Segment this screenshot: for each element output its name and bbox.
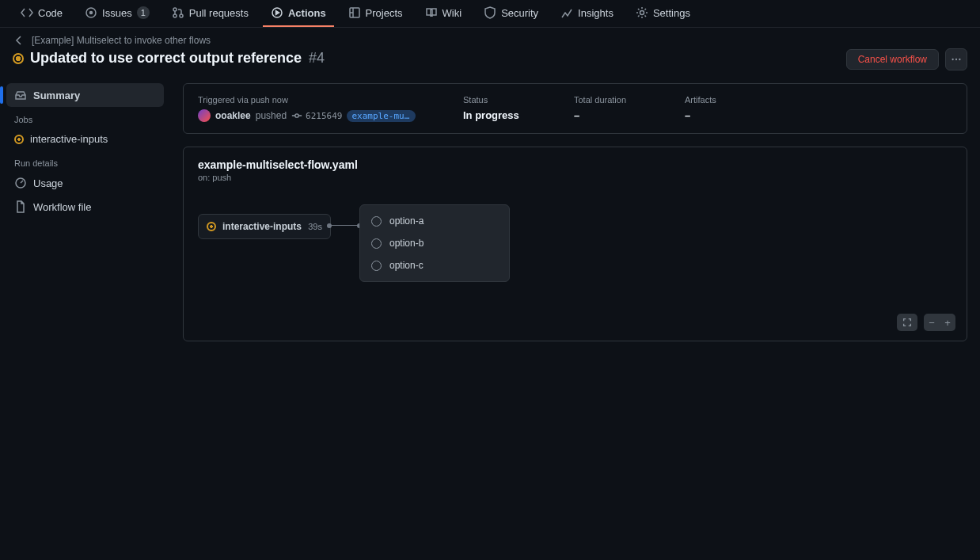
summary-icon [14, 89, 27, 101]
graph-edge [329, 225, 359, 226]
workflow-graph: example-multiselect-flow.yaml on: push i… [183, 147, 967, 341]
commit-link[interactable]: 6215649 [291, 110, 342, 121]
duration-label: Total duration [574, 95, 637, 105]
tab-insights[interactable]: Insights [553, 0, 621, 27]
queued-status-icon [371, 238, 382, 249]
artifacts-label: Artifacts [685, 95, 748, 105]
commit-sha: 6215649 [306, 111, 342, 121]
projects-icon [348, 6, 361, 19]
zoom-controls: − + [924, 314, 955, 331]
tab-wiki[interactable]: Wiki [417, 0, 470, 27]
graph-canvas[interactable]: interactive-inputs 39s option-a option-b [198, 211, 952, 306]
job-node-option-c[interactable]: option-c [360, 254, 509, 276]
svg-point-12 [295, 114, 298, 117]
repo-nav: Code Issues 1 Pull requests Actions Proj… [0, 0, 980, 28]
svg-point-1 [90, 12, 93, 14]
sidebar-workflow-file-label: Workflow file [33, 201, 91, 213]
job-node-option-a[interactable]: option-a [360, 210, 509, 232]
tab-code-label: Code [38, 7, 63, 19]
commit-icon [291, 110, 302, 121]
status-value: In progress [463, 109, 526, 121]
svg-point-4 [180, 14, 183, 17]
tab-settings-label: Settings [653, 7, 690, 19]
tab-security[interactable]: Security [476, 0, 546, 27]
gear-icon [636, 6, 648, 19]
more-actions-button[interactable] [945, 48, 967, 70]
artifacts-value: – [685, 109, 748, 121]
sidebar-summary[interactable]: Summary [6, 83, 164, 107]
issues-icon [85, 6, 97, 19]
run-title-text: Updated to use correct output reference [30, 50, 302, 66]
cancel-workflow-button[interactable]: Cancel workflow [846, 49, 939, 70]
breadcrumb: [Example] Multiselect to invoke other fl… [13, 34, 325, 47]
sidebar-usage-label: Usage [33, 177, 63, 189]
insights-icon [560, 6, 573, 19]
code-icon [21, 6, 33, 19]
run-title: Updated to use correct output reference … [30, 50, 325, 67]
svg-point-2 [173, 8, 177, 11]
back-arrow-icon[interactable] [13, 34, 25, 47]
job-label-option-a: option-a [389, 215, 424, 227]
sidebar-usage[interactable]: Usage [6, 171, 164, 195]
actor-avatar[interactable] [198, 109, 211, 122]
tab-code[interactable]: Code [13, 0, 70, 27]
actor-name[interactable]: ooaklee [215, 110, 251, 121]
job-node-status-icon [207, 222, 216, 231]
sidebar-job-interactive-inputs[interactable]: interactive-inputs [6, 128, 164, 150]
tab-wiki-label: Wiki [443, 7, 462, 19]
workflow-filename: example-multiselect-flow.yaml [198, 158, 952, 171]
fullscreen-button[interactable] [897, 314, 917, 331]
status-label: Status [463, 95, 526, 105]
sidebar-summary-label: Summary [33, 90, 80, 101]
svg-point-10 [959, 59, 960, 60]
zoom-in-button[interactable]: + [940, 317, 955, 329]
svg-point-9 [955, 59, 957, 60]
sidebar-heading-details: Run details [6, 150, 164, 171]
pull-request-icon [172, 6, 184, 19]
svg-point-7 [640, 11, 644, 15]
branch-badge[interactable]: example-multiselect-flow-to… [347, 110, 416, 122]
svg-point-8 [952, 59, 953, 60]
shield-icon [484, 6, 496, 19]
status-in-progress-icon [13, 53, 24, 64]
job-node-interactive-inputs[interactable]: interactive-inputs 39s [198, 214, 331, 239]
tab-issues[interactable]: Issues 1 [77, 0, 158, 27]
tab-issues-label: Issues [102, 7, 132, 19]
main-panel: Triggered via push now ooaklee pushed 62… [170, 83, 980, 354]
pushed-text: pushed [256, 110, 287, 121]
sidebar-heading-jobs: Jobs [6, 107, 164, 128]
job-node-option-b[interactable]: option-b [360, 232, 509, 254]
job-status-in-progress-icon [14, 135, 24, 144]
issues-count: 1 [137, 6, 150, 19]
tab-actions[interactable]: Actions [263, 0, 334, 27]
run-header: [Example] Multiselect to invoke other fl… [0, 28, 980, 83]
tab-settings[interactable]: Settings [628, 0, 698, 27]
summary-box: Triggered via push now ooaklee pushed 62… [183, 83, 967, 134]
sidebar-workflow-file[interactable]: Workflow file [6, 195, 164, 219]
duration-value: – [574, 109, 637, 121]
graph-controls: − + [897, 314, 955, 331]
wiki-icon [425, 6, 438, 19]
tab-projects[interactable]: Projects [340, 0, 411, 27]
workflow-trigger: on: push [198, 173, 952, 182]
tab-insights-label: Insights [578, 7, 613, 19]
sidebar-job-label: interactive-inputs [30, 133, 108, 145]
job-node-elapsed: 39s [308, 222, 322, 231]
job-label-option-c: option-c [389, 260, 424, 271]
meter-icon [14, 177, 27, 189]
tab-pulls-label: Pull requests [189, 7, 249, 19]
breadcrumb-workflow[interactable]: [Example] Multiselect to invoke other fl… [32, 35, 211, 46]
file-icon [14, 200, 27, 213]
zoom-out-button[interactable]: − [924, 317, 940, 329]
job-node-label: interactive-inputs [222, 221, 302, 232]
downstream-jobs-panel: option-a option-b option-c [359, 204, 510, 282]
svg-point-3 [173, 14, 177, 17]
job-label-option-b: option-b [389, 238, 424, 249]
queued-status-icon [371, 216, 382, 227]
run-number: #4 [309, 50, 325, 66]
sidebar: Summary Jobs interactive-inputs Run deta… [0, 83, 170, 354]
tab-actions-label: Actions [288, 7, 326, 19]
tab-pulls[interactable]: Pull requests [164, 0, 256, 27]
tab-security-label: Security [501, 7, 538, 19]
tab-projects-label: Projects [366, 7, 403, 19]
